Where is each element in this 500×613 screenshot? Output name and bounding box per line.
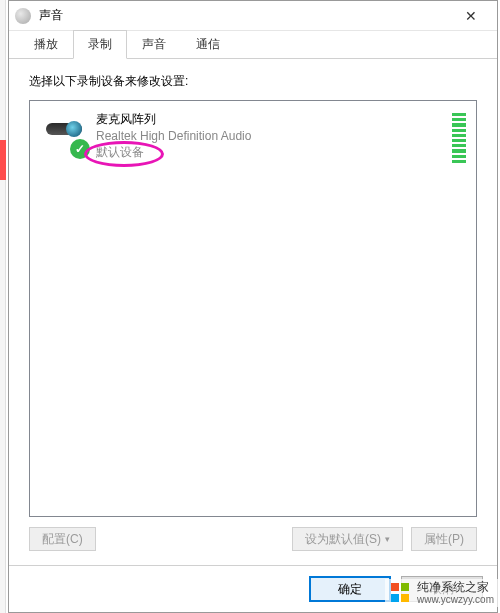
tab-communications[interactable]: 通信 <box>181 30 235 59</box>
watermark-url: www.ycwzyy.com <box>417 594 494 605</box>
device-status: 默认设备 <box>96 144 144 161</box>
watermark-logo-icon <box>391 583 411 603</box>
close-button[interactable]: ✕ <box>451 8 491 24</box>
background-red-strip <box>0 140 6 180</box>
level-meter-icon <box>452 111 466 163</box>
button-row: 配置(C) 设为默认值(S) 属性(P) <box>29 517 477 555</box>
watermark-name: 纯净系统之家 <box>417 581 494 594</box>
sound-dialog: 声音 ✕ 播放 录制 声音 通信 选择以下录制设备来修改设置: ✓ 麦克风阵列 … <box>8 0 498 613</box>
configure-button[interactable]: 配置(C) <box>29 527 96 551</box>
default-check-icon: ✓ <box>70 139 90 159</box>
device-name: 麦克风阵列 <box>96 111 452 128</box>
ok-button[interactable]: 确定 <box>309 576 391 602</box>
microphone-icon: ✓ <box>40 111 92 155</box>
tab-content: 选择以下录制设备来修改设置: ✓ 麦克风阵列 Realtek High Defi… <box>9 59 497 565</box>
tab-bar: 播放 录制 声音 通信 <box>9 31 497 59</box>
properties-button[interactable]: 属性(P) <box>411 527 477 551</box>
title-bar: 声音 ✕ <box>9 1 497 31</box>
tab-playback[interactable]: 播放 <box>19 30 73 59</box>
window-title: 声音 <box>39 7 451 24</box>
set-default-button[interactable]: 设为默认值(S) <box>292 527 403 551</box>
sound-icon <box>15 8 31 24</box>
watermark: 纯净系统之家 www.ycwzyy.com <box>385 579 500 607</box>
background-edge <box>0 0 6 613</box>
tab-sounds[interactable]: 声音 <box>127 30 181 59</box>
device-item[interactable]: ✓ 麦克风阵列 Realtek High Definition Audio 默认… <box>36 107 470 167</box>
tab-recording[interactable]: 录制 <box>73 30 127 59</box>
device-text: 麦克风阵列 Realtek High Definition Audio 默认设备 <box>92 111 452 161</box>
device-list[interactable]: ✓ 麦克风阵列 Realtek High Definition Audio 默认… <box>29 100 477 517</box>
device-driver: Realtek High Definition Audio <box>96 129 452 143</box>
instruction-text: 选择以下录制设备来修改设置: <box>29 73 477 90</box>
